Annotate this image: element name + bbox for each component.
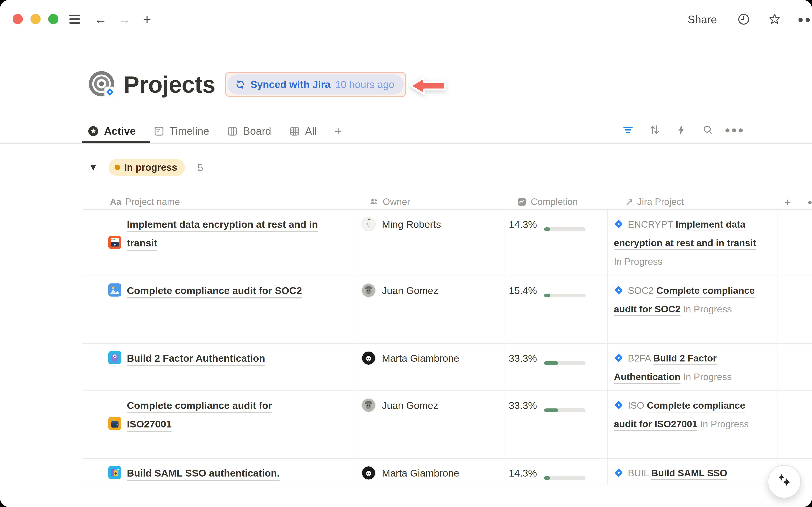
close-window-button[interactable] <box>13 14 23 24</box>
ai-assistant-button[interactable] <box>767 465 801 498</box>
project-name-cell[interactable]: Build 2 Factor Authentication <box>82 344 358 390</box>
table-row: Implement data encryption at rest and in… <box>82 210 812 276</box>
view-tabs: Active Timeline Board All + <box>87 124 342 138</box>
traffic-lights <box>13 14 58 24</box>
jira-icon <box>614 400 624 410</box>
text-type-icon: Aa <box>110 197 121 207</box>
owner-name: Marta Giambrone <box>382 464 459 483</box>
project-icon-photos <box>108 283 121 296</box>
tab-active[interactable]: Active <box>87 125 136 137</box>
tab-timeline[interactable]: Timeline <box>153 125 209 137</box>
group-count: 5 <box>197 162 203 173</box>
share-button[interactable]: Share <box>688 13 717 26</box>
add-view-button[interactable]: + <box>334 124 342 138</box>
hamburger-icon[interactable] <box>69 12 80 26</box>
avatar <box>362 218 375 231</box>
completion-percent: 33.3% <box>509 349 537 368</box>
timeline-icon <box>153 126 165 136</box>
column-header-project-name[interactable]: Aa Project name <box>82 196 358 207</box>
new-tab-plus-icon[interactable]: + <box>143 12 151 26</box>
completion-cell[interactable]: 14.3% <box>506 459 608 485</box>
status-badge[interactable]: In progress <box>109 159 185 176</box>
progress-bar <box>544 294 585 297</box>
jira-icon <box>614 353 624 363</box>
star-icon[interactable] <box>768 13 781 26</box>
search-icon[interactable] <box>702 124 714 136</box>
table-header: Aa Project name Owner Completion ↗ Jira … <box>82 194 812 209</box>
view-more-icon[interactable]: ●●● <box>729 124 741 136</box>
avatar <box>362 351 375 364</box>
synced-with-jira-badge[interactable]: Synced with Jira 10 hours ago <box>228 74 404 95</box>
owner-cell[interactable]: Juan Gomez <box>358 391 506 458</box>
minimize-window-button[interactable] <box>30 14 41 24</box>
jira-project-cell[interactable]: ENCRYPT Implement data encryption at res… <box>608 210 778 276</box>
page-target-icon[interactable] <box>87 70 117 99</box>
jira-status: In Progress <box>700 418 749 430</box>
tab-board[interactable]: Board <box>227 125 271 137</box>
jira-key: ISO <box>628 400 644 411</box>
table-icon <box>289 126 300 136</box>
filter-icon[interactable] <box>622 124 634 136</box>
tabs-divider <box>0 143 812 144</box>
sync-badge-label: Synced with Jira <box>250 79 330 90</box>
empty-cell[interactable] <box>778 276 812 343</box>
jira-project-cell[interactable]: BUIL Build SAML SSO authentication. In P… <box>608 459 778 485</box>
completion-cell[interactable]: 33.3% <box>506 391 608 458</box>
progress-bar <box>544 361 585 365</box>
jira-project-cell[interactable]: B2FA Build 2 Factor Authentication In Pr… <box>608 344 778 390</box>
completion-cell[interactable]: 14.3% <box>506 210 608 276</box>
project-name-link: Implement data encryption at rest and in… <box>127 215 326 252</box>
completion-cell[interactable]: 33.3% <box>506 344 608 390</box>
owner-cell[interactable]: Juan Gomez <box>358 276 506 343</box>
chart-icon <box>517 197 527 207</box>
column-header-completion[interactable]: Completion <box>506 196 608 207</box>
app-window: ← → + Share ●●● Projects <box>0 0 812 507</box>
clock-icon[interactable] <box>737 13 750 26</box>
completion-cell[interactable]: 15.4% <box>506 276 608 343</box>
project-name-cell[interactable]: Build SAML SSO authentication. <box>82 459 358 485</box>
jira-icon <box>614 285 624 295</box>
lightning-icon[interactable] <box>675 124 687 136</box>
add-property-button[interactable]: + <box>784 195 791 209</box>
owner-name: Marta Giambrone <box>382 349 459 368</box>
project-name-cell[interactable]: Complete compliance audit for SOC2 <box>82 276 358 343</box>
jira-project-cell[interactable]: ISO Complete compliance audit for ISO270… <box>608 391 778 458</box>
avatar <box>362 284 375 297</box>
completion-percent: 15.4% <box>509 281 537 300</box>
empty-cell[interactable] <box>778 344 812 390</box>
completion-percent: 33.3% <box>509 396 537 415</box>
sync-icon <box>235 79 246 90</box>
progress-bar <box>544 408 585 412</box>
project-name-link: Complete compliance audit for ISO27001 <box>127 396 298 433</box>
project-name-cell[interactable]: Implement data encryption at rest and in… <box>82 210 358 276</box>
zoom-window-button[interactable] <box>48 14 58 24</box>
more-options-icon[interactable]: ●●● <box>798 13 811 26</box>
sync-annotation-box: Synced with Jira 10 hours ago <box>225 72 406 97</box>
collapse-triangle-icon[interactable]: ▼ <box>89 162 98 173</box>
column-header-owner[interactable]: Owner <box>358 196 506 207</box>
project-name-cell[interactable]: Complete compliance audit for ISO27001 <box>82 391 358 458</box>
owner-cell[interactable]: Marta Giambrone <box>358 344 506 390</box>
owner-cell[interactable]: Marta Giambrone <box>358 459 506 485</box>
board-icon <box>227 126 238 136</box>
column-header-jira-project[interactable]: ↗ Jira Project <box>608 196 778 208</box>
page-title[interactable]: Projects <box>123 71 215 98</box>
project-icon-monster <box>108 351 121 364</box>
progress-bar <box>544 227 585 231</box>
owner-name: Ming Roberts <box>382 215 441 234</box>
jira-project-cell[interactable]: SOC2 Complete compliance audit for SOC2 … <box>608 276 778 343</box>
empty-cell[interactable] <box>778 210 812 276</box>
table-row: Build SAML SSO authentication. Marta Gia… <box>82 459 812 485</box>
owner-cell[interactable]: Ming Roberts <box>358 210 506 276</box>
avatar <box>362 466 375 480</box>
empty-cell[interactable] <box>778 391 812 458</box>
tab-all[interactable]: All <box>289 125 317 137</box>
page-header: Projects Synced with Jira 10 hours ago <box>87 70 406 99</box>
group-header: ▼ In progress 5 <box>89 159 203 176</box>
progress-bar <box>544 476 585 480</box>
jira-status: In Progress <box>683 372 732 382</box>
back-arrow-icon[interactable]: ← <box>94 12 107 26</box>
arrow-up-right-icon: ↗ <box>625 196 633 208</box>
sort-icon[interactable] <box>649 124 661 136</box>
sync-badge-time: 10 hours ago <box>335 79 394 90</box>
